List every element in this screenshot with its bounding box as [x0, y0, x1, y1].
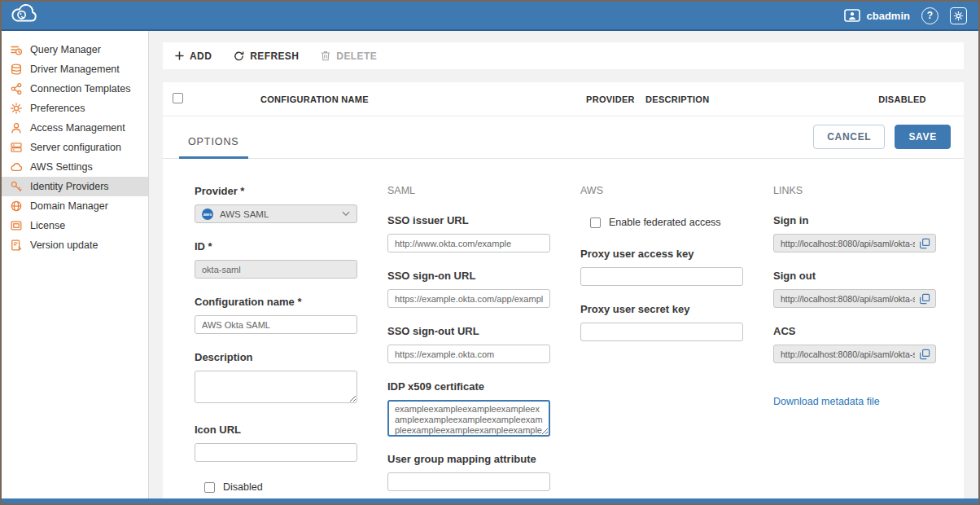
refresh-icon	[234, 50, 244, 61]
license-icon	[10, 219, 23, 232]
aws-section-header: AWS	[580, 185, 743, 197]
sso-sign-on-url-label: SSO sign-on URL	[387, 270, 550, 282]
bottom-status-bar	[2, 498, 978, 503]
help-icon[interactable]: ?	[921, 7, 938, 24]
sidebar-item-license[interactable]: License	[2, 216, 148, 235]
add-button[interactable]: ADD	[175, 50, 212, 62]
idp-x509-certificate-field[interactable]: exampleexampleexampleexampleexampleexamp…	[387, 400, 550, 437]
version-update-icon	[10, 239, 23, 252]
user-group-mapping-field[interactable]	[387, 472, 550, 491]
proxy-secret-key-field[interactable]	[580, 323, 743, 341]
sidebar-item-connection-templates[interactable]: Connection Templates	[2, 79, 148, 99]
gear-icon	[10, 102, 23, 115]
sidebar-item-identity-providers[interactable]: Identity Providers	[2, 177, 148, 196]
sidebar-label: License	[30, 220, 65, 231]
topbar: cbadmin ?	[2, 2, 978, 31]
chevron-down-icon	[342, 211, 350, 217]
key-icon	[10, 180, 23, 193]
sidebar-label: Driver Management	[30, 64, 120, 75]
general-column: Provider * aws AWS SAML ID * Configurati…	[195, 185, 357, 498]
saml-column: SAML SSO issuer URL SSO sign-on URL SSO …	[387, 185, 550, 498]
id-field[interactable]	[195, 260, 357, 279]
provider-form: Provider * aws AWS SAML ID * Configurati…	[163, 159, 964, 498]
server-icon	[10, 141, 23, 154]
column-configuration-name: CONFIGURATION NAME	[260, 94, 586, 104]
aws-column: AWS Enable federated access Proxy user a…	[580, 185, 743, 498]
proxy-secret-key-label: Proxy user secret key	[580, 303, 743, 315]
federated-access-row: Enable federated access	[580, 217, 743, 228]
sidebar-label: Preferences	[30, 103, 85, 114]
sidebar-item-version-update[interactable]: Version update	[2, 235, 148, 255]
column-provider: PROVIDER	[586, 94, 645, 104]
person-icon	[10, 121, 23, 134]
select-all-checkbox[interactable]	[173, 93, 183, 103]
sidebar-item-driver-management[interactable]: Driver Management	[2, 59, 148, 79]
sidebar-item-domain-manager[interactable]: Domain Manager	[2, 196, 148, 216]
query-manager-icon	[10, 43, 23, 56]
download-metadata-link[interactable]: Download metadata file	[773, 396, 880, 407]
sidebar-item-preferences[interactable]: Preferences	[2, 99, 148, 118]
configuration-name-field[interactable]	[195, 315, 357, 334]
sso-sign-on-url-field[interactable]	[387, 289, 550, 308]
cancel-button[interactable]: CANCEL	[813, 125, 885, 149]
sign-out-label: Sign out	[773, 270, 936, 282]
tab-options[interactable]: OPTIONS	[179, 136, 248, 159]
username: cbadmin	[867, 10, 910, 22]
sidebar-item-query-manager[interactable]: Query Manager	[2, 40, 148, 59]
saml-section-header: SAML	[387, 185, 550, 197]
copy-icon[interactable]	[919, 349, 930, 360]
identity-providers-panel: CONFIGURATION NAME PROVIDER DESCRIPTION …	[163, 82, 964, 498]
user-group-mapping-label: User group mapping attribute	[387, 453, 550, 465]
sso-issuer-url-label: SSO issuer URL	[387, 214, 550, 226]
toolbar: ADD REFRESH DELETE	[163, 42, 964, 69]
trash-icon	[321, 50, 330, 61]
user-icon	[844, 9, 860, 22]
acs-label: ACS	[773, 325, 936, 337]
sso-issuer-url-field[interactable]	[387, 234, 550, 253]
sidebar-item-server-configuration[interactable]: Server configuration	[2, 138, 148, 157]
sign-out-link-field: http://localhost:8080/api/saml/okta-sa .…	[773, 289, 936, 308]
save-button[interactable]: SAVE	[895, 125, 951, 149]
icon-url-label: Icon URL	[195, 424, 357, 436]
sidebar-item-access-management[interactable]: Access Management	[2, 118, 148, 138]
provider-label: Provider *	[195, 185, 357, 197]
enable-federated-access-checkbox[interactable]	[590, 217, 601, 228]
icon-url-field[interactable]	[195, 443, 357, 462]
configuration-name-label: Configuration name *	[195, 296, 357, 308]
connection-templates-icon	[10, 82, 23, 95]
enable-federated-access-label: Enable federated access	[609, 217, 721, 228]
refresh-button[interactable]: REFRESH	[234, 50, 299, 62]
disabled-checkbox[interactable]	[204, 482, 215, 493]
proxy-access-key-field[interactable]	[580, 267, 743, 286]
copy-icon[interactable]	[919, 238, 930, 249]
id-label: ID *	[195, 240, 357, 253]
settings-gear-icon[interactable]	[950, 7, 967, 24]
aws-provider-icon: aws	[202, 209, 213, 220]
sidebar-label: Server configuration	[30, 142, 121, 153]
links-column: LINKS Sign in http://localhost:8080/api/…	[773, 185, 936, 498]
sidebar-item-aws-settings[interactable]: AWS Settings	[2, 157, 148, 177]
sidebar-label: Identity Providers	[30, 181, 109, 192]
copy-icon[interactable]	[919, 293, 930, 305]
user-menu[interactable]: cbadmin	[844, 9, 910, 22]
provider-select[interactable]: aws AWS SAML	[195, 204, 357, 223]
providers-table-header: CONFIGURATION NAME PROVIDER DESCRIPTION …	[163, 82, 964, 116]
delete-button[interactable]: DELETE	[321, 50, 377, 62]
description-field[interactable]	[195, 371, 357, 403]
sidebar-label: Domain Manager	[30, 200, 108, 212]
form-header: OPTIONS CANCEL SAVE	[163, 116, 964, 159]
disabled-check-row: Disabled	[195, 481, 357, 493]
sidebar-label: Query Manager	[30, 44, 101, 55]
sso-sign-out-url-field[interactable]	[387, 345, 550, 363]
plus-icon	[175, 51, 184, 60]
cloud-icon	[10, 160, 23, 173]
column-disabled: DISABLED	[841, 94, 964, 104]
acs-link-field: http://localhost:8080/api/saml/okta-sa .…	[773, 345, 936, 363]
links-section-header: LINKS	[773, 185, 936, 197]
main-area: ADD REFRESH DELETE CONFIGURATION NAME PR…	[149, 31, 978, 498]
sign-in-link-field: http://localhost:8080/api/saml/okta-sa .…	[773, 234, 936, 253]
cloudbeaver-logo-icon[interactable]	[10, 3, 39, 28]
description-label: Description	[195, 351, 357, 363]
sidebar-label: Connection Templates	[30, 83, 130, 94]
proxy-access-key-label: Proxy user access key	[580, 248, 743, 260]
